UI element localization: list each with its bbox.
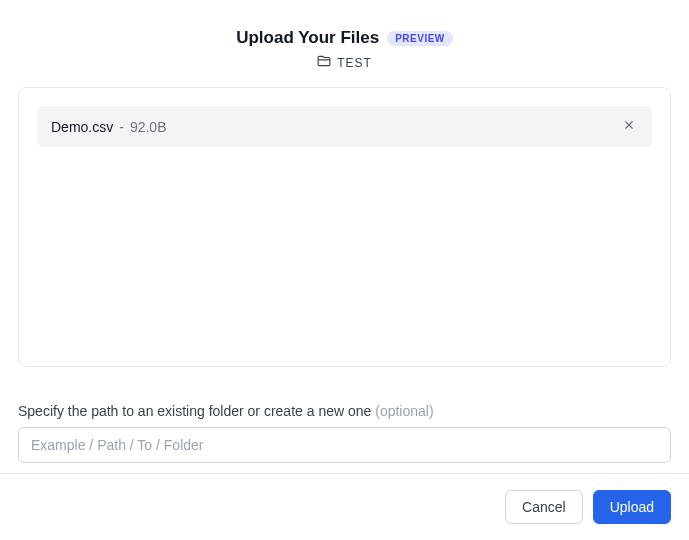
file-drop-area[interactable]: Demo.csv - 92.0B [18,87,671,367]
file-name: Demo.csv [51,119,113,135]
path-label-text: Specify the path to an existing folder o… [18,403,371,419]
path-input[interactable] [18,427,671,463]
folder-icon [317,54,331,71]
preview-badge: PREVIEW [387,31,453,46]
file-separator: - [119,119,124,135]
upload-button[interactable]: Upload [593,490,671,524]
file-info: Demo.csv - 92.0B [51,119,167,135]
path-section: Specify the path to an existing folder o… [18,403,671,463]
title-row: Upload Your Files PREVIEW [0,28,689,48]
subtitle-text: TEST [337,56,372,70]
path-optional-text: (optional) [375,403,433,419]
remove-file-button[interactable] [620,116,638,137]
file-item: Demo.csv - 92.0B [37,106,652,147]
cancel-button[interactable]: Cancel [505,490,583,524]
file-size: 92.0B [130,119,167,135]
modal-header: Upload Your Files PREVIEW TEST [0,0,689,71]
path-label: Specify the path to an existing folder o… [18,403,671,419]
close-icon [622,118,636,135]
modal-title: Upload Your Files [236,28,379,48]
subtitle-row: TEST [0,54,689,71]
modal-footer: Cancel Upload [0,473,689,540]
